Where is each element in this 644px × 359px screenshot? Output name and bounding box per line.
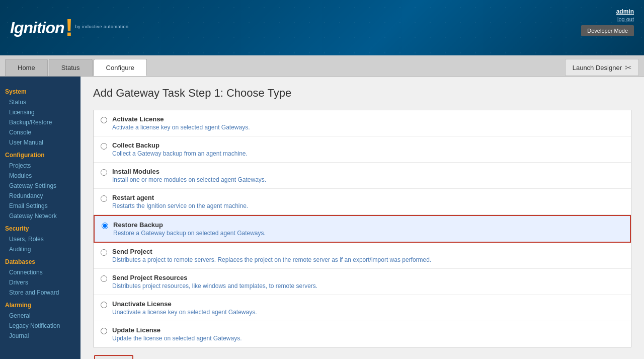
option-title-collect-backup: Collect Backup (112, 141, 624, 149)
radio-unactivate-license[interactable] (101, 302, 107, 308)
scissor-icon: ✂ (625, 63, 631, 73)
radio-activate-license[interactable] (101, 117, 107, 123)
option-title-update-license: Update License (112, 326, 624, 334)
sidebar-item-journal[interactable]: Journal (0, 331, 80, 341)
option-title-unactivate-license: Unactivate License (112, 300, 624, 308)
option-desc-unactivate-license: Unactivate a license key on selected age… (112, 309, 624, 316)
button-area: Next > (93, 355, 631, 359)
option-content-collect-backup: Collect BackupCollect a Gateway backup f… (112, 141, 624, 157)
sidebar-item-auditing[interactable]: Auditing (0, 244, 80, 254)
sidebar-item-modules[interactable]: Modules (0, 171, 80, 181)
radio-restart-agent[interactable] (101, 195, 107, 202)
next-button[interactable]: Next > (94, 355, 133, 359)
sidebar: System Status Licensing Backup/Restore C… (0, 77, 80, 359)
sidebar-section-databases: Databases (0, 254, 80, 267)
nav-tabs: Home Status Configure Launch Designer ✂ (0, 55, 644, 77)
sidebar-item-backup-restore[interactable]: Backup/Restore (0, 117, 80, 127)
header: Ignition ! by inductive automation admin… (0, 0, 644, 55)
radio-update-license[interactable] (101, 328, 107, 334)
dev-mode-button[interactable]: Developer Mode (581, 25, 634, 36)
option-title-restart-agent: Restart agent (112, 194, 624, 201)
logo-text: Ignition (10, 19, 64, 37)
option-desc-install-modules: Install one or more modules on selected … (112, 176, 624, 183)
option-desc-activate-license: Activate a license key on selected agent… (112, 124, 624, 131)
radio-install-modules[interactable] (101, 169, 107, 176)
option-row-unactivate-license[interactable]: Unactivate LicenseUnactivate a license k… (94, 295, 631, 321)
option-row-send-project-resources[interactable]: Send Project ResourcesDistributes projec… (94, 269, 631, 295)
option-row-activate-license[interactable]: Activate LicenseActivate a license key o… (94, 110, 631, 136)
sidebar-item-gateway-settings[interactable]: Gateway Settings (0, 181, 80, 191)
option-row-restart-agent[interactable]: Restart agentRestarts the Ignition servi… (94, 189, 631, 215)
content-area: Add Gateway Task Step 1: Choose Type Act… (80, 77, 644, 359)
option-content-restore-backup: Restore BackupRestore a Gateway backup o… (113, 221, 623, 237)
option-desc-send-project-resources: Distributes project resources, like wind… (112, 282, 624, 290)
sidebar-item-status[interactable]: Status (0, 97, 80, 107)
option-content-restart-agent: Restart agentRestarts the Ignition servi… (112, 194, 624, 209)
main-layout: System Status Licensing Backup/Restore C… (0, 77, 644, 359)
sidebar-item-redundancy[interactable]: Redundancy (0, 191, 80, 201)
radio-send-project-resources[interactable] (101, 275, 107, 282)
option-title-install-modules: Install Modules (112, 168, 624, 175)
logo-subtitle: by inductive automation (75, 24, 129, 29)
option-desc-send-project: Distributes a project to remote servers.… (112, 256, 624, 263)
radio-restore-backup[interactable] (102, 223, 108, 229)
option-desc-restart-agent: Restarts the Ignition service on the age… (112, 202, 624, 209)
sidebar-item-email-settings[interactable]: Email Settings (0, 201, 80, 211)
sidebar-section-configuration: Configuration (0, 148, 80, 161)
option-title-send-project: Send Project (112, 248, 624, 255)
page-title: Add Gateway Task Step 1: Choose Type (93, 87, 631, 100)
option-title-activate-license: Activate License (112, 115, 624, 123)
tab-home[interactable]: Home (5, 59, 48, 76)
sidebar-item-connections[interactable]: Connections (0, 267, 80, 277)
radio-collect-backup[interactable] (101, 143, 107, 150)
sidebar-item-users-roles[interactable]: Users, Roles (0, 234, 80, 244)
option-content-install-modules: Install ModulesInstall one or more modul… (112, 168, 624, 183)
option-content-activate-license: Activate LicenseActivate a license key o… (112, 115, 624, 131)
option-row-restore-backup[interactable]: Restore BackupRestore a Gateway backup o… (94, 215, 631, 243)
option-title-send-project-resources: Send Project Resources (112, 274, 624, 281)
option-row-install-modules[interactable]: Install ModulesInstall one or more modul… (94, 163, 631, 189)
admin-link[interactable]: admin (616, 8, 634, 15)
radio-send-project[interactable] (101, 249, 107, 256)
option-desc-restore-backup: Restore a Gateway backup on selected age… (113, 230, 623, 237)
sidebar-item-projects[interactable]: Projects (0, 161, 80, 171)
option-title-restore-backup: Restore Backup (113, 221, 623, 229)
tab-status[interactable]: Status (49, 59, 93, 76)
options-list: Activate LicenseActivate a license key o… (93, 110, 631, 347)
option-desc-collect-backup: Collect a Gateway backup from an agent m… (112, 150, 624, 157)
sidebar-section-alarming: Alarming (0, 298, 80, 311)
sidebar-item-console[interactable]: Console (0, 127, 80, 137)
option-content-send-project-resources: Send Project ResourcesDistributes projec… (112, 274, 624, 290)
sidebar-section-security: Security (0, 221, 80, 234)
option-content-send-project: Send ProjectDistributes a project to rem… (112, 248, 624, 263)
sidebar-item-general[interactable]: General (0, 311, 80, 321)
option-row-update-license[interactable]: Update LicenseUpdate the license on sele… (94, 321, 631, 347)
sidebar-item-gateway-network[interactable]: Gateway Network (0, 211, 80, 221)
sidebar-item-user-manual[interactable]: User Manual (0, 137, 80, 148)
option-desc-update-license: Update the license on selected agent Gat… (112, 335, 624, 342)
sidebar-item-licensing[interactable]: Licensing (0, 107, 80, 117)
logo-exclaim: ! (65, 16, 73, 40)
option-row-send-project[interactable]: Send ProjectDistributes a project to rem… (94, 243, 631, 269)
header-right: admin log out Developer Mode (581, 8, 634, 36)
sidebar-section-system: System (0, 84, 80, 97)
option-content-update-license: Update LicenseUpdate the license on sele… (112, 326, 624, 342)
sidebar-item-drivers[interactable]: Drivers (0, 277, 80, 288)
option-row-collect-backup[interactable]: Collect BackupCollect a Gateway backup f… (94, 136, 631, 163)
launch-designer-button[interactable]: Launch Designer ✂ (565, 59, 639, 76)
sidebar-item-store-and-forward[interactable]: Store and Forward (0, 288, 80, 298)
sidebar-item-legacy-notification[interactable]: Legacy Notification (0, 321, 80, 331)
logout-link[interactable]: log out (581, 16, 634, 22)
logo: Ignition ! by inductive automation (10, 16, 129, 40)
tab-configure[interactable]: Configure (94, 59, 147, 76)
option-content-unactivate-license: Unactivate LicenseUnactivate a license k… (112, 300, 624, 316)
